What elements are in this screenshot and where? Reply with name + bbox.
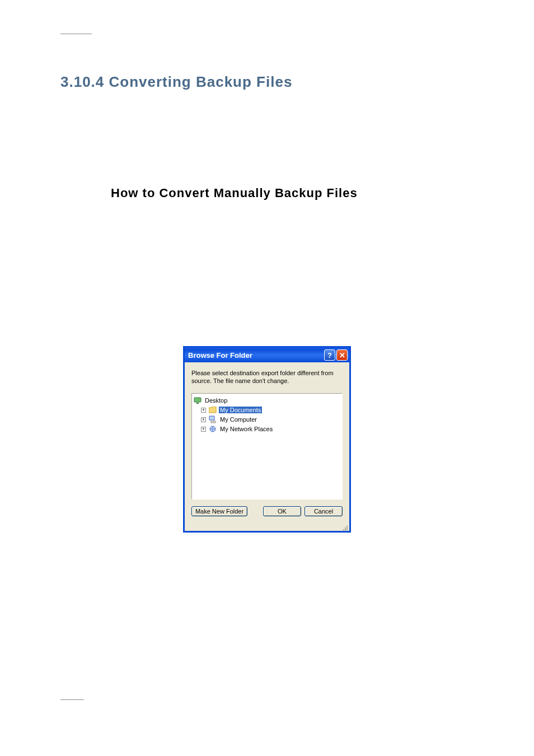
resize-grip[interactable] xyxy=(185,524,349,531)
svg-rect-2 xyxy=(209,416,214,420)
network-icon xyxy=(208,424,217,433)
folder-tree[interactable]: Desktop + My Documents + xyxy=(191,393,343,500)
tree-node-my-computer[interactable]: + My Computer xyxy=(201,415,341,424)
svg-rect-3 xyxy=(211,421,216,423)
dialog-title: Browse For Folder xyxy=(188,351,324,360)
grip-icon xyxy=(341,524,348,531)
tree-label: My Computer xyxy=(219,416,258,423)
help-button[interactable]: ? xyxy=(324,349,335,361)
tree-node-my-documents[interactable]: + My Documents xyxy=(201,405,341,415)
sub-heading: How to Convert Manually Backup Files xyxy=(111,186,474,200)
dialog-titlebar[interactable]: Browse For Folder ? ✕ xyxy=(185,348,349,362)
top-rule xyxy=(60,34,92,34)
make-new-folder-button[interactable]: Make New Folder xyxy=(191,506,247,516)
dialog-instruction: Please select destination export folder … xyxy=(191,369,343,385)
bottom-rule xyxy=(60,699,84,700)
browse-for-folder-dialog: Browse For Folder ? ✕ Please select dest… xyxy=(183,346,351,533)
svg-rect-1 xyxy=(196,403,199,404)
help-icon: ? xyxy=(327,351,332,360)
expand-toggle[interactable]: + xyxy=(201,427,206,432)
tree-node-desktop[interactable]: Desktop xyxy=(193,396,341,405)
expand-toggle[interactable]: + xyxy=(201,408,206,413)
cancel-button[interactable]: Cancel xyxy=(305,506,343,516)
ok-button[interactable]: OK xyxy=(263,506,301,516)
tree-label: Desktop xyxy=(204,397,228,404)
tree-label: My Network Places xyxy=(219,426,274,432)
computer-icon xyxy=(208,415,217,424)
section-heading: 3.10.4 Converting Backup Files xyxy=(60,73,474,91)
folder-icon xyxy=(208,405,217,414)
expand-toggle[interactable]: + xyxy=(201,417,206,422)
close-icon: ✕ xyxy=(339,351,345,360)
close-button[interactable]: ✕ xyxy=(336,349,348,361)
desktop-icon xyxy=(193,396,202,405)
svg-rect-0 xyxy=(194,398,201,402)
tree-node-my-network-places[interactable]: + My Network Places xyxy=(201,424,341,434)
tree-label: My Documents xyxy=(219,407,262,413)
